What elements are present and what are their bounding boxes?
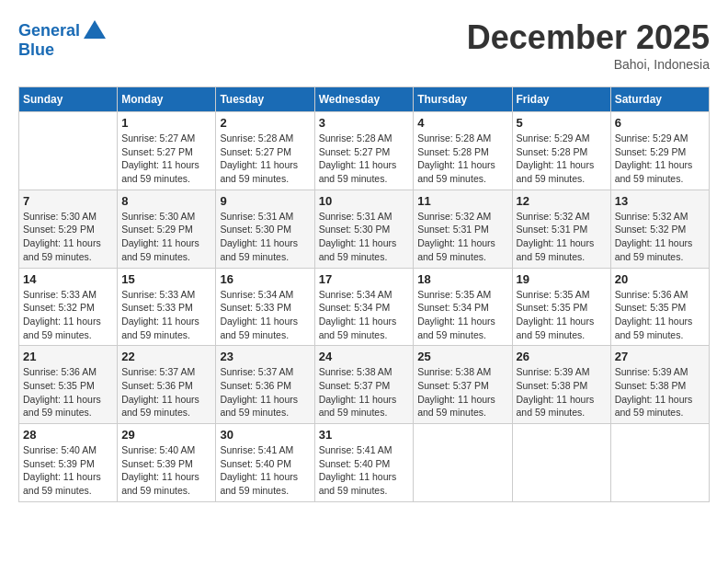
day-number: 24 bbox=[319, 350, 410, 363]
calendar-cell bbox=[19, 112, 118, 190]
logo-text: General bbox=[18, 21, 80, 41]
day-info: Sunrise: 5:29 AM Sunset: 5:28 PM Dayligh… bbox=[517, 132, 607, 186]
day-number: 6 bbox=[615, 116, 705, 130]
calendar-cell: 23Sunrise: 5:37 AM Sunset: 5:36 PM Dayli… bbox=[216, 346, 314, 424]
day-number: 28 bbox=[23, 428, 113, 442]
day-number: 20 bbox=[615, 272, 705, 286]
calendar-cell: 11Sunrise: 5:32 AM Sunset: 5:31 PM Dayli… bbox=[414, 190, 512, 268]
day-info: Sunrise: 5:36 AM Sunset: 5:35 PM Dayligh… bbox=[23, 365, 113, 419]
day-number: 7 bbox=[23, 194, 113, 208]
day-number: 29 bbox=[121, 428, 211, 442]
calendar-cell: 14Sunrise: 5:33 AM Sunset: 5:32 PM Dayli… bbox=[19, 268, 118, 346]
day-info: Sunrise: 5:37 AM Sunset: 5:36 PM Dayligh… bbox=[220, 365, 310, 419]
weekday-header-sunday: Sunday bbox=[19, 87, 118, 112]
calendar-cell: 12Sunrise: 5:32 AM Sunset: 5:31 PM Dayli… bbox=[512, 190, 610, 268]
day-info: Sunrise: 5:38 AM Sunset: 5:37 PM Dayligh… bbox=[319, 365, 410, 419]
calendar-cell: 5Sunrise: 5:29 AM Sunset: 5:28 PM Daylig… bbox=[512, 112, 610, 190]
day-info: Sunrise: 5:32 AM Sunset: 5:32 PM Dayligh… bbox=[615, 210, 705, 264]
day-info: Sunrise: 5:27 AM Sunset: 5:27 PM Dayligh… bbox=[121, 132, 211, 186]
logo: General Blue bbox=[18, 18, 108, 60]
location-subtitle: Bahoi, Indonesia bbox=[467, 57, 710, 72]
calendar-cell: 15Sunrise: 5:33 AM Sunset: 5:33 PM Dayli… bbox=[118, 268, 216, 346]
calendar-cell: 6Sunrise: 5:29 AM Sunset: 5:29 PM Daylig… bbox=[610, 112, 709, 190]
day-info: Sunrise: 5:34 AM Sunset: 5:33 PM Dayligh… bbox=[220, 288, 310, 342]
day-number: 8 bbox=[121, 194, 211, 208]
day-number: 4 bbox=[417, 116, 507, 130]
day-info: Sunrise: 5:41 AM Sunset: 5:40 PM Dayligh… bbox=[220, 443, 310, 498]
day-number: 26 bbox=[517, 350, 607, 363]
calendar-cell: 24Sunrise: 5:38 AM Sunset: 5:37 PM Dayli… bbox=[314, 346, 414, 424]
day-number: 25 bbox=[417, 350, 507, 363]
day-info: Sunrise: 5:38 AM Sunset: 5:37 PM Dayligh… bbox=[417, 365, 507, 419]
title-block: December 2025 Bahoi, Indonesia bbox=[467, 18, 710, 72]
calendar-cell: 9Sunrise: 5:31 AM Sunset: 5:30 PM Daylig… bbox=[216, 190, 314, 268]
weekday-header-monday: Monday bbox=[118, 87, 216, 112]
day-info: Sunrise: 5:39 AM Sunset: 5:38 PM Dayligh… bbox=[517, 365, 607, 419]
calendar-cell: 19Sunrise: 5:35 AM Sunset: 5:35 PM Dayli… bbox=[512, 268, 610, 346]
day-info: Sunrise: 5:32 AM Sunset: 5:31 PM Dayligh… bbox=[517, 210, 607, 264]
calendar-cell: 26Sunrise: 5:39 AM Sunset: 5:38 PM Dayli… bbox=[512, 346, 610, 424]
day-info: Sunrise: 5:30 AM Sunset: 5:29 PM Dayligh… bbox=[121, 210, 211, 264]
calendar-cell bbox=[414, 424, 512, 502]
day-info: Sunrise: 5:31 AM Sunset: 5:30 PM Dayligh… bbox=[319, 210, 410, 264]
day-info: Sunrise: 5:35 AM Sunset: 5:35 PM Dayligh… bbox=[517, 288, 607, 342]
day-number: 31 bbox=[319, 428, 410, 442]
day-number: 15 bbox=[121, 272, 211, 286]
calendar-cell: 18Sunrise: 5:35 AM Sunset: 5:34 PM Dayli… bbox=[414, 268, 512, 346]
day-number: 3 bbox=[319, 116, 410, 130]
day-info: Sunrise: 5:41 AM Sunset: 5:40 PM Dayligh… bbox=[319, 443, 410, 498]
day-number: 14 bbox=[23, 272, 113, 286]
calendar-cell: 1Sunrise: 5:27 AM Sunset: 5:27 PM Daylig… bbox=[118, 112, 216, 190]
weekday-header-wednesday: Wednesday bbox=[314, 87, 414, 112]
day-number: 13 bbox=[615, 194, 705, 208]
svg-marker-0 bbox=[84, 20, 106, 39]
calendar-cell: 31Sunrise: 5:41 AM Sunset: 5:40 PM Dayli… bbox=[314, 424, 414, 502]
day-info: Sunrise: 5:28 AM Sunset: 5:28 PM Dayligh… bbox=[417, 132, 507, 186]
calendar-table: SundayMondayTuesdayWednesdayThursdayFrid… bbox=[18, 86, 710, 502]
calendar-cell: 27Sunrise: 5:39 AM Sunset: 5:38 PM Dayli… bbox=[610, 346, 709, 424]
calendar-cell: 28Sunrise: 5:40 AM Sunset: 5:39 PM Dayli… bbox=[19, 424, 118, 502]
day-info: Sunrise: 5:32 AM Sunset: 5:31 PM Dayligh… bbox=[417, 210, 507, 264]
weekday-header-friday: Friday bbox=[512, 87, 610, 112]
day-number: 22 bbox=[121, 350, 211, 363]
day-number: 19 bbox=[517, 272, 607, 286]
calendar-cell: 7Sunrise: 5:30 AM Sunset: 5:29 PM Daylig… bbox=[19, 190, 118, 268]
calendar-cell: 3Sunrise: 5:28 AM Sunset: 5:27 PM Daylig… bbox=[314, 112, 414, 190]
calendar-cell: 20Sunrise: 5:36 AM Sunset: 5:35 PM Dayli… bbox=[610, 268, 709, 346]
day-number: 27 bbox=[615, 350, 705, 363]
day-info: Sunrise: 5:33 AM Sunset: 5:32 PM Dayligh… bbox=[23, 288, 113, 342]
logo-icon bbox=[82, 18, 108, 44]
day-info: Sunrise: 5:40 AM Sunset: 5:39 PM Dayligh… bbox=[23, 443, 113, 498]
calendar-cell: 21Sunrise: 5:36 AM Sunset: 5:35 PM Dayli… bbox=[19, 346, 118, 424]
weekday-header-saturday: Saturday bbox=[610, 87, 709, 112]
calendar-cell: 17Sunrise: 5:34 AM Sunset: 5:34 PM Dayli… bbox=[314, 268, 414, 346]
page-header: General Blue December 2025 Bahoi, Indone… bbox=[18, 18, 710, 72]
calendar-cell: 16Sunrise: 5:34 AM Sunset: 5:33 PM Dayli… bbox=[216, 268, 314, 346]
calendar-cell bbox=[512, 424, 610, 502]
calendar-cell: 29Sunrise: 5:40 AM Sunset: 5:39 PM Dayli… bbox=[118, 424, 216, 502]
day-info: Sunrise: 5:28 AM Sunset: 5:27 PM Dayligh… bbox=[220, 132, 310, 186]
day-number: 21 bbox=[23, 350, 113, 363]
day-number: 2 bbox=[220, 116, 310, 130]
day-info: Sunrise: 5:34 AM Sunset: 5:34 PM Dayligh… bbox=[319, 288, 410, 342]
day-info: Sunrise: 5:40 AM Sunset: 5:39 PM Dayligh… bbox=[121, 443, 211, 498]
day-number: 17 bbox=[319, 272, 410, 286]
calendar-cell: 8Sunrise: 5:30 AM Sunset: 5:29 PM Daylig… bbox=[118, 190, 216, 268]
day-info: Sunrise: 5:36 AM Sunset: 5:35 PM Dayligh… bbox=[615, 288, 705, 342]
day-number: 5 bbox=[517, 116, 607, 130]
calendar-cell: 2Sunrise: 5:28 AM Sunset: 5:27 PM Daylig… bbox=[216, 112, 314, 190]
calendar-cell bbox=[610, 424, 709, 502]
day-info: Sunrise: 5:37 AM Sunset: 5:36 PM Dayligh… bbox=[121, 365, 211, 419]
day-info: Sunrise: 5:35 AM Sunset: 5:34 PM Dayligh… bbox=[417, 288, 507, 342]
month-title: December 2025 bbox=[467, 18, 710, 57]
calendar-cell: 10Sunrise: 5:31 AM Sunset: 5:30 PM Dayli… bbox=[314, 190, 414, 268]
day-number: 23 bbox=[220, 350, 310, 363]
day-number: 16 bbox=[220, 272, 310, 286]
calendar-cell: 25Sunrise: 5:38 AM Sunset: 5:37 PM Dayli… bbox=[414, 346, 512, 424]
day-info: Sunrise: 5:29 AM Sunset: 5:29 PM Dayligh… bbox=[615, 132, 705, 186]
day-number: 30 bbox=[220, 428, 310, 442]
day-info: Sunrise: 5:39 AM Sunset: 5:38 PM Dayligh… bbox=[615, 365, 705, 419]
calendar-cell: 22Sunrise: 5:37 AM Sunset: 5:36 PM Dayli… bbox=[118, 346, 216, 424]
day-number: 10 bbox=[319, 194, 410, 208]
weekday-header-tuesday: Tuesday bbox=[216, 87, 314, 112]
